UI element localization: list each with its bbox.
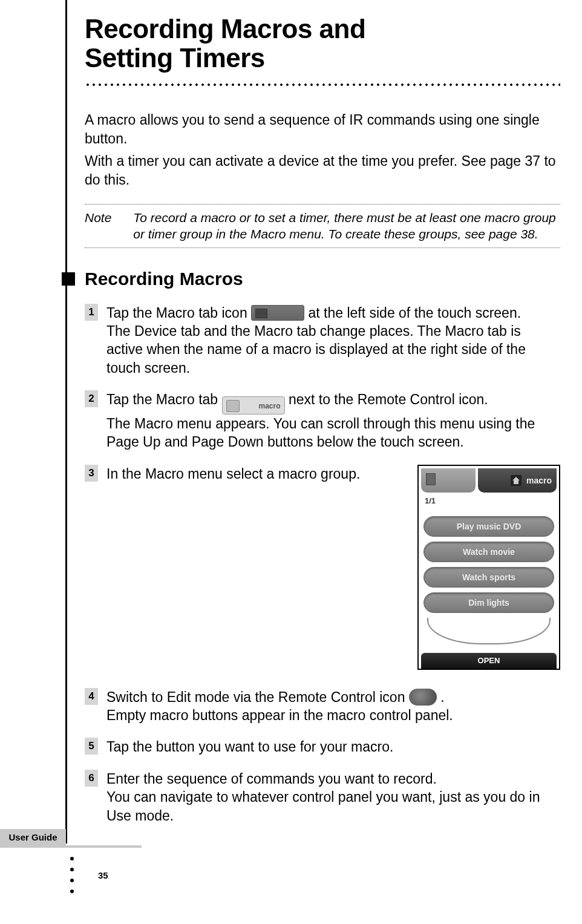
title-line-1: Recording Macros and — [85, 14, 365, 44]
step-4-text-b: . — [440, 689, 444, 705]
ss-open-button: OPEN — [421, 653, 557, 669]
step-number: 4 — [85, 688, 98, 705]
page-number: 35 — [98, 870, 108, 880]
ss-right-tab: macro — [478, 468, 557, 493]
dot-rule — [85, 82, 560, 88]
step-2-text-a: Tap the Macro tab — [106, 392, 222, 407]
ss-macro-label: macro — [526, 476, 552, 485]
section-heading: Recording Macros — [85, 269, 243, 289]
step-1: 1 Tap the Macro tab icon at the left sid… — [85, 304, 560, 377]
step-1-text-a: Tap the Macro tab icon — [106, 305, 251, 321]
footer-rule — [0, 845, 142, 848]
step-3: 3 In the Macro menu select a macro group… — [85, 465, 560, 670]
step-number: 5 — [85, 738, 98, 755]
note-label: Note — [85, 209, 111, 243]
step-5: 5 Tap the button you want to use for you… — [85, 738, 560, 756]
ss-left-tab-icon — [421, 468, 476, 493]
user-guide-tab: User Guide — [0, 829, 66, 845]
step-2-text-b: next to the Remote Control icon. — [289, 392, 488, 407]
step-4-text-a: Switch to Edit mode via the Remote Contr… — [106, 689, 409, 705]
step-6-sub: You can navigate to whatever control pan… — [106, 789, 540, 823]
step-2: 2 Tap the Macro tab macro next to the Re… — [85, 390, 560, 451]
remote-control-icon — [409, 689, 437, 706]
ss-page-indicator: 1/1 — [421, 495, 557, 506]
macro-tab-icon — [251, 305, 304, 321]
step-4-sub: Empty macro buttons appear in the macro … — [106, 707, 453, 723]
step-5-text: Tap the button you want to use for your … — [106, 739, 393, 755]
note-block: Note To record a macro or to set a timer… — [85, 204, 560, 248]
ss-macro-button: Play music DVD — [423, 516, 554, 537]
device-screenshot: macro 1/1 Play music DVD Watch movie Wat… — [417, 465, 560, 670]
step-1-sub: The Device tab and the Macro tab change … — [106, 323, 526, 376]
step-number: 2 — [85, 390, 98, 407]
intro-paragraph-2: With a timer you can activate a device a… — [85, 152, 560, 189]
step-6: 6 Enter the sequence of commands you wan… — [85, 770, 560, 825]
ss-curve — [427, 618, 551, 644]
macro-tab-labeled-icon: macro — [222, 396, 285, 414]
title-line-2: Setting Timers — [85, 43, 265, 73]
page-title: Recording Macros and Setting Timers — [85, 15, 560, 73]
note-text: To record a macro or to set a timer, the… — [133, 209, 560, 243]
ss-macro-button: Watch movie — [423, 542, 554, 562]
step-2-sub: The Macro menu appears. You can scroll t… — [106, 416, 535, 450]
step-1-text-b: at the left side of the touch screen. — [308, 305, 521, 321]
intro-paragraph-1: A macro allows you to send a sequence of… — [85, 111, 560, 148]
step-3-text: In the Macro menu select a macro group. — [106, 466, 360, 482]
vertical-rule — [65, 0, 67, 844]
step-6-text: Enter the sequence of commands you want … — [106, 771, 437, 787]
step-number: 3 — [85, 465, 98, 482]
step-number: 6 — [85, 770, 98, 787]
ss-macro-button: Watch sports — [423, 567, 554, 588]
ss-macro-button: Dim lights — [423, 592, 554, 613]
section-bullet-icon — [62, 272, 75, 286]
home-icon — [511, 475, 522, 486]
step-number: 1 — [85, 304, 98, 321]
step-4: 4 Switch to Edit mode via the Remote Con… — [85, 688, 560, 725]
footer-dots-icon — [70, 850, 74, 900]
